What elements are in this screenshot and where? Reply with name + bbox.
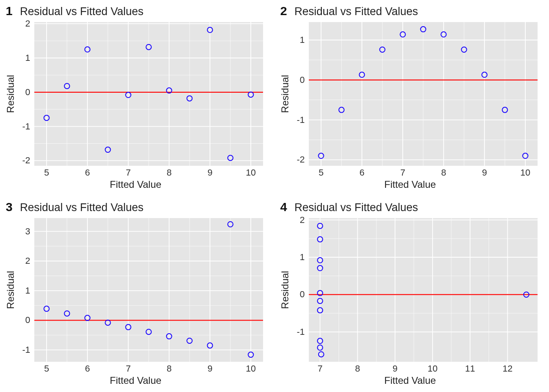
x-tick-label: 5 [44, 363, 49, 374]
panel-1-number: 1 [6, 4, 13, 18]
y-tick-label: -1 [297, 115, 305, 125]
panel-2-header: 2 Residual vs Fitted Values [280, 4, 541, 18]
x-tick-label: 5 [44, 167, 49, 178]
panel-2-number: 2 [280, 4, 287, 18]
panel-1-title: Residual vs Fitted Values [20, 5, 144, 18]
panel-2: 2 Residual vs Fitted Values 5678910-2-10… [274, 0, 549, 196]
y-tick-label: -1 [297, 327, 305, 337]
y-tick-label: -2 [297, 154, 305, 165]
x-tick-label: 9 [393, 363, 397, 374]
panel-1-xlabel: Fitted Value [5, 180, 266, 191]
x-tick-label: 8 [441, 167, 446, 178]
x-tick-label: 6 [359, 167, 364, 178]
scatter-plot: 789101112-1012Residual [279, 216, 541, 376]
y-tick-label: 0 [25, 87, 30, 97]
x-tick-label: 9 [208, 167, 212, 178]
y-tick-label: -1 [22, 121, 30, 131]
x-tick-label: 9 [482, 167, 487, 178]
scatter-plot: 5678910-2-1012Residual [5, 20, 266, 180]
y-tick-label: -2 [22, 155, 30, 165]
panel-3-title: Residual vs Fitted Values [20, 201, 144, 214]
panel-2-plot: 5678910-2-101Residual [279, 20, 541, 180]
y-axis-label: Residual [5, 271, 16, 309]
x-tick-label: 10 [520, 167, 530, 178]
panel-1-plot: 5678910-2-1012Residual [5, 20, 266, 180]
x-tick-label: 8 [167, 167, 172, 178]
svg-rect-61 [309, 218, 538, 362]
y-tick-label: 0 [300, 75, 305, 85]
x-tick-label: 10 [428, 363, 437, 374]
x-tick-label: 6 [85, 167, 90, 178]
scatter-plot: 5678910-2-101Residual [279, 20, 541, 180]
y-tick-label: 1 [25, 285, 30, 296]
x-tick-label: 8 [167, 363, 172, 374]
x-tick-label: 6 [85, 363, 90, 374]
y-tick-label: 2 [25, 20, 30, 29]
panel-3-plot: 5678910-10123Residual [5, 216, 266, 376]
panel-3-header: 3 Residual vs Fitted Values [6, 200, 266, 214]
panel-3: 3 Residual vs Fitted Values 5678910-1012… [0, 196, 274, 392]
x-tick-label: 11 [465, 363, 475, 374]
y-tick-label: 2 [25, 256, 30, 266]
x-tick-label: 9 [208, 363, 212, 374]
x-tick-label: 7 [317, 363, 322, 374]
y-tick-label: 1 [25, 53, 30, 63]
panel-4-header: 4 Residual vs Fitted Values [280, 200, 541, 214]
chart-grid: 1 Residual vs Fitted Values 5678910-2-10… [0, 0, 549, 392]
panel-1-header: 1 Residual vs Fitted Values [6, 4, 266, 18]
x-tick-label: 10 [246, 167, 256, 178]
x-tick-label: 5 [319, 167, 324, 178]
panel-2-title: Residual vs Fitted Values [295, 5, 418, 18]
y-tick-label: -1 [22, 345, 30, 355]
y-axis-label: Residual [5, 75, 16, 113]
panel-3-xlabel: Fitted Value [5, 376, 266, 387]
y-tick-label: 0 [300, 289, 305, 299]
y-tick-label: 2 [300, 216, 305, 225]
x-tick-label: 12 [502, 363, 512, 374]
x-tick-label: 8 [355, 363, 360, 374]
y-axis-label: Residual [279, 271, 290, 309]
panel-4-number: 4 [280, 200, 287, 214]
panel-2-xlabel: Fitted Value [279, 180, 541, 191]
x-tick-label: 7 [400, 167, 405, 178]
x-tick-label: 7 [126, 363, 131, 374]
panel-1: 1 Residual vs Fitted Values 5678910-2-10… [0, 0, 274, 196]
panel-4-xlabel: Fitted Value [279, 376, 541, 387]
panel-4: 4 Residual vs Fitted Values 789101112-10… [274, 196, 549, 392]
y-axis-label: Residual [279, 75, 290, 113]
x-tick-label: 10 [246, 363, 256, 374]
panel-3-number: 3 [6, 200, 13, 214]
y-tick-label: 0 [25, 315, 30, 325]
y-tick-label: 1 [300, 35, 305, 45]
panel-4-plot: 789101112-1012Residual [279, 216, 541, 376]
y-tick-label: 3 [25, 226, 30, 236]
y-tick-label: 1 [300, 252, 305, 262]
scatter-plot: 5678910-10123Residual [5, 216, 266, 376]
panel-4-title: Residual vs Fitted Values [295, 201, 418, 214]
x-tick-label: 7 [126, 167, 131, 178]
